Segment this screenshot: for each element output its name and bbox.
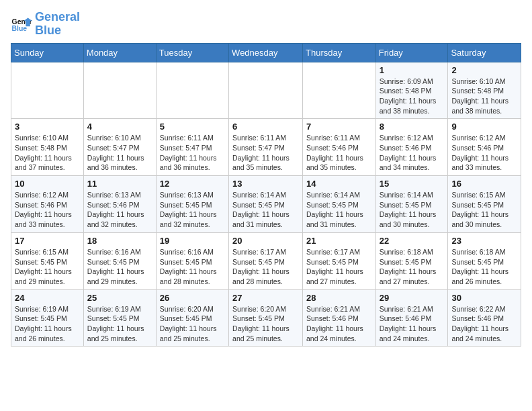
day-number: 10 xyxy=(15,179,80,189)
calendar-cell: 9Sunrise: 6:12 AM Sunset: 5:46 PM Daylig… xyxy=(448,119,521,176)
calendar-cell: 29Sunrise: 6:21 AM Sunset: 5:46 PM Dayli… xyxy=(375,289,448,347)
svg-text:Blue: Blue xyxy=(12,25,28,32)
day-info: Sunrise: 6:16 AM Sunset: 5:45 PM Dayligh… xyxy=(87,247,152,287)
day-number: 30 xyxy=(451,293,517,303)
day-number: 19 xyxy=(160,236,225,246)
calendar-header-tuesday: Tuesday xyxy=(156,43,228,62)
calendar-cell: 8Sunrise: 6:12 AM Sunset: 5:46 PM Daylig… xyxy=(375,119,448,176)
calendar-cell: 11Sunrise: 6:13 AM Sunset: 5:46 PM Dayli… xyxy=(83,176,156,233)
day-number: 8 xyxy=(380,122,445,132)
day-number: 25 xyxy=(87,293,152,303)
day-info: Sunrise: 6:09 AM Sunset: 5:48 PM Dayligh… xyxy=(380,77,445,116)
calendar-week-row: 1Sunrise: 6:09 AM Sunset: 5:48 PM Daylig… xyxy=(11,62,521,119)
calendar-cell xyxy=(229,62,303,119)
calendar-cell: 26Sunrise: 6:20 AM Sunset: 5:45 PM Dayli… xyxy=(156,289,228,347)
day-info: Sunrise: 6:21 AM Sunset: 5:46 PM Dayligh… xyxy=(380,304,445,344)
calendar-cell xyxy=(303,62,376,119)
day-info: Sunrise: 6:10 AM Sunset: 5:48 PM Dayligh… xyxy=(15,133,80,173)
day-number: 17 xyxy=(15,236,80,246)
calendar-cell: 15Sunrise: 6:14 AM Sunset: 5:45 PM Dayli… xyxy=(375,176,448,233)
calendar-week-row: 24Sunrise: 6:19 AM Sunset: 5:45 PM Dayli… xyxy=(11,289,521,347)
calendar-header-friday: Friday xyxy=(375,43,448,62)
day-number: 26 xyxy=(160,293,225,303)
calendar-cell: 14Sunrise: 6:14 AM Sunset: 5:45 PM Dayli… xyxy=(303,176,376,233)
calendar-cell xyxy=(156,62,228,119)
logo-icon: General Blue xyxy=(11,13,32,35)
calendar-cell: 7Sunrise: 6:11 AM Sunset: 5:46 PM Daylig… xyxy=(303,119,376,176)
calendar-header-row: SundayMondayTuesdayWednesdayThursdayFrid… xyxy=(11,43,521,62)
day-number: 28 xyxy=(306,293,372,303)
day-info: Sunrise: 6:13 AM Sunset: 5:45 PM Dayligh… xyxy=(160,190,225,230)
calendar-header-sunday: Sunday xyxy=(11,43,84,62)
calendar-week-row: 3Sunrise: 6:10 AM Sunset: 5:48 PM Daylig… xyxy=(11,119,521,176)
logo-text: GeneralBlue xyxy=(35,11,80,38)
day-info: Sunrise: 6:22 AM Sunset: 5:46 PM Dayligh… xyxy=(451,304,517,344)
day-info: Sunrise: 6:14 AM Sunset: 5:45 PM Dayligh… xyxy=(232,190,299,230)
calendar-cell: 2Sunrise: 6:10 AM Sunset: 5:48 PM Daylig… xyxy=(448,62,521,119)
day-number: 23 xyxy=(451,236,517,246)
calendar-header-saturday: Saturday xyxy=(448,43,521,62)
calendar-cell: 18Sunrise: 6:16 AM Sunset: 5:45 PM Dayli… xyxy=(83,232,156,289)
calendar-cell: 1Sunrise: 6:09 AM Sunset: 5:48 PM Daylig… xyxy=(375,62,448,119)
calendar-cell: 12Sunrise: 6:13 AM Sunset: 5:45 PM Dayli… xyxy=(156,176,228,233)
calendar-week-row: 17Sunrise: 6:15 AM Sunset: 5:45 PM Dayli… xyxy=(11,232,521,289)
day-number: 22 xyxy=(380,236,445,246)
calendar-cell: 4Sunrise: 6:10 AM Sunset: 5:47 PM Daylig… xyxy=(83,119,156,176)
calendar-cell: 10Sunrise: 6:12 AM Sunset: 5:46 PM Dayli… xyxy=(11,176,84,233)
day-info: Sunrise: 6:12 AM Sunset: 5:46 PM Dayligh… xyxy=(451,133,517,173)
calendar-cell: 3Sunrise: 6:10 AM Sunset: 5:48 PM Daylig… xyxy=(11,119,84,176)
day-info: Sunrise: 6:18 AM Sunset: 5:45 PM Dayligh… xyxy=(380,247,445,287)
calendar-week-row: 10Sunrise: 6:12 AM Sunset: 5:46 PM Dayli… xyxy=(11,176,521,233)
day-number: 27 xyxy=(232,293,299,303)
day-info: Sunrise: 6:11 AM Sunset: 5:47 PM Dayligh… xyxy=(160,133,225,173)
day-number: 15 xyxy=(380,179,445,189)
day-number: 4 xyxy=(87,122,152,132)
page-header: General Blue GeneralBlue xyxy=(11,11,521,38)
day-info: Sunrise: 6:14 AM Sunset: 5:45 PM Dayligh… xyxy=(306,190,372,230)
calendar-cell: 19Sunrise: 6:16 AM Sunset: 5:45 PM Dayli… xyxy=(156,232,228,289)
day-number: 11 xyxy=(87,179,152,189)
day-number: 5 xyxy=(160,122,225,132)
day-info: Sunrise: 6:20 AM Sunset: 5:45 PM Dayligh… xyxy=(232,304,299,344)
day-info: Sunrise: 6:19 AM Sunset: 5:45 PM Dayligh… xyxy=(15,304,80,344)
day-number: 14 xyxy=(306,179,372,189)
day-number: 3 xyxy=(15,122,80,132)
logo: General Blue GeneralBlue xyxy=(11,11,80,38)
calendar-cell: 28Sunrise: 6:21 AM Sunset: 5:46 PM Dayli… xyxy=(303,289,376,347)
day-info: Sunrise: 6:17 AM Sunset: 5:45 PM Dayligh… xyxy=(232,247,299,287)
day-info: Sunrise: 6:17 AM Sunset: 5:45 PM Dayligh… xyxy=(306,247,372,287)
day-info: Sunrise: 6:13 AM Sunset: 5:46 PM Dayligh… xyxy=(87,190,152,230)
day-number: 13 xyxy=(232,179,299,189)
day-number: 24 xyxy=(15,293,80,303)
day-number: 16 xyxy=(451,179,517,189)
day-info: Sunrise: 6:12 AM Sunset: 5:46 PM Dayligh… xyxy=(380,133,445,173)
day-number: 12 xyxy=(160,179,225,189)
day-number: 29 xyxy=(380,293,445,303)
day-info: Sunrise: 6:14 AM Sunset: 5:45 PM Dayligh… xyxy=(380,190,445,230)
day-info: Sunrise: 6:16 AM Sunset: 5:45 PM Dayligh… xyxy=(160,247,225,287)
calendar-cell: 25Sunrise: 6:19 AM Sunset: 5:45 PM Dayli… xyxy=(83,289,156,347)
day-info: Sunrise: 6:15 AM Sunset: 5:45 PM Dayligh… xyxy=(451,190,517,230)
calendar-cell: 23Sunrise: 6:18 AM Sunset: 5:45 PM Dayli… xyxy=(448,232,521,289)
day-info: Sunrise: 6:10 AM Sunset: 5:47 PM Dayligh… xyxy=(87,133,152,173)
calendar-cell xyxy=(83,62,156,119)
day-number: 18 xyxy=(87,236,152,246)
day-number: 6 xyxy=(232,122,299,132)
calendar-cell: 20Sunrise: 6:17 AM Sunset: 5:45 PM Dayli… xyxy=(229,232,303,289)
calendar-header-thursday: Thursday xyxy=(303,43,376,62)
day-info: Sunrise: 6:18 AM Sunset: 5:45 PM Dayligh… xyxy=(451,247,517,287)
calendar-cell: 21Sunrise: 6:17 AM Sunset: 5:45 PM Dayli… xyxy=(303,232,376,289)
day-info: Sunrise: 6:19 AM Sunset: 5:45 PM Dayligh… xyxy=(87,304,152,344)
day-info: Sunrise: 6:12 AM Sunset: 5:46 PM Dayligh… xyxy=(15,190,80,230)
day-info: Sunrise: 6:10 AM Sunset: 5:48 PM Dayligh… xyxy=(451,77,517,116)
day-number: 1 xyxy=(380,65,445,75)
calendar-header-wednesday: Wednesday xyxy=(229,43,303,62)
calendar-cell: 24Sunrise: 6:19 AM Sunset: 5:45 PM Dayli… xyxy=(11,289,84,347)
day-info: Sunrise: 6:20 AM Sunset: 5:45 PM Dayligh… xyxy=(160,304,225,344)
calendar-cell xyxy=(11,62,84,119)
day-number: 2 xyxy=(451,65,517,75)
calendar-cell: 30Sunrise: 6:22 AM Sunset: 5:46 PM Dayli… xyxy=(448,289,521,347)
day-info: Sunrise: 6:21 AM Sunset: 5:46 PM Dayligh… xyxy=(306,304,372,344)
day-info: Sunrise: 6:11 AM Sunset: 5:47 PM Dayligh… xyxy=(232,133,299,173)
day-number: 21 xyxy=(306,236,372,246)
